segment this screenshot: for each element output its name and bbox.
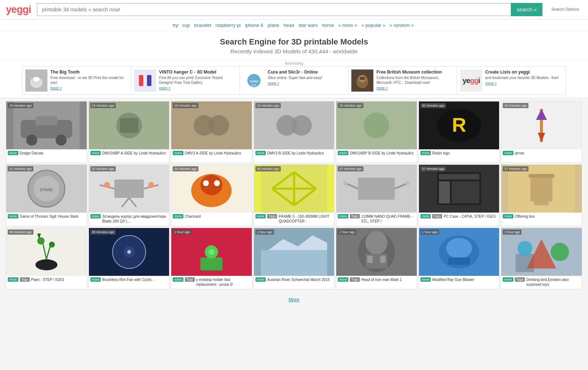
more-button[interactable]: more (90, 214, 101, 218)
svg-point-14 (55, 135, 67, 146)
model-thumb: 35 minutes ago (171, 165, 252, 213)
model-card[interactable]: 1 hour ago more Austrian River Schwechat… (254, 228, 335, 289)
model-card[interactable]: 30 minutes ago more arrow (501, 101, 582, 163)
ad-item-1: The Big Tooth Free download - or we 3D P… (22, 67, 131, 95)
more-button[interactable]: more (173, 214, 183, 218)
model-info: more Game of Thrones Sigil: House Stark (6, 213, 87, 226)
model-card[interactable]: 18 minutes ago more Dodge Dacota (6, 101, 87, 163)
model-info: more Austrian River Schwechat March 2015 (254, 276, 334, 289)
model-thumb: 30 minutes ago R (419, 102, 499, 149)
ad-item-4: Free British Museum collection Collectio… (348, 67, 457, 95)
search-button[interactable]: search » (511, 3, 542, 16)
logo[interactable]: yeggi (6, 4, 31, 15)
model-card[interactable]: 37 minutes ago more Tags PC Case - CATIA… (419, 164, 500, 226)
ad-desc-5: and bookmark your favorite 3D Models - f… (485, 75, 559, 80)
more-button[interactable]: more (338, 151, 348, 155)
more-button[interactable]: more (255, 151, 266, 155)
more-button[interactable]: more (173, 151, 183, 155)
more-button[interactable]: more (338, 214, 348, 218)
model-card[interactable]: 38 minutes ago more Brushless Rim Fan wi… (89, 228, 170, 289)
more-button[interactable]: more (420, 214, 431, 218)
model-card[interactable]: 18 minutes ago more DMV3 A-SIDE by Linde… (171, 101, 252, 163)
tag-plane[interactable]: plane (268, 22, 279, 28)
search-input[interactable] (37, 3, 511, 16)
ad-text-2: VINTO hanger C - 3D Model First All you … (159, 70, 237, 90)
more-button[interactable]: more (503, 277, 513, 282)
model-card[interactable]: 1 hour ago more Tags Head of Iron man Ma… (336, 228, 417, 289)
svg-point-104 (551, 243, 569, 261)
tag-random[interactable]: » random » (390, 22, 414, 28)
more-button[interactable]: more (255, 214, 266, 218)
time-badge: 37 minutes ago (420, 166, 446, 171)
model-info: more DMV2ABP B-SIDE by Linde Hydraulics (336, 149, 417, 163)
tags-button[interactable]: Tags (20, 277, 30, 282)
tag-popular[interactable]: » popular » (361, 22, 385, 28)
model-card[interactable]: 18 minutes ago more DMV2ABP A-SIDE by Li… (89, 101, 170, 163)
model-info: more DMV3 A-SIDE by Linde Hydraulics (171, 149, 252, 163)
ad-more-4[interactable]: more > (376, 86, 388, 90)
more-button[interactable]: more (503, 151, 513, 155)
tag-horse[interactable]: horse (322, 22, 334, 28)
svg-point-61 (343, 181, 348, 185)
model-card[interactable]: 18 minutes ago more DMV2ABP B-SIDE by Li… (336, 101, 417, 163)
model-card[interactable]: 31 minutes ago STARK more Game of Throne… (6, 164, 87, 226)
svg-rect-58 (358, 178, 395, 200)
more-button[interactable]: more (420, 277, 431, 282)
model-card[interactable]: 30 minutes ago R more Robin logo (419, 101, 500, 163)
model-card[interactable]: 1 hour ago more Tags Drinking bird,Einst… (501, 228, 582, 289)
model-card[interactable]: 37 minutes ago more Offering box (501, 164, 582, 226)
ad-title-1: The Big Tooth (50, 70, 128, 75)
ad-more-1[interactable]: more > (50, 86, 62, 90)
tag-raspberry[interactable]: raspberry pi (215, 22, 241, 28)
svg-rect-71 (534, 202, 549, 205)
model-card[interactable]: 37 minutes ago more Tags 110MM NANO QUAD… (336, 164, 417, 226)
hero-subtitle: Recently indexed 3D Models of 430,444 - … (6, 48, 582, 54)
svg-point-73 (35, 259, 57, 270)
more-button[interactable]: more (503, 214, 513, 218)
tags-button[interactable]: Tags (350, 277, 360, 282)
tag-starwars[interactable]: star wars (298, 22, 318, 28)
svg-point-1 (33, 77, 40, 82)
model-title: PC Case - CATIA, STEP / IGES (444, 214, 495, 219)
tag-head[interactable]: head (283, 22, 294, 28)
more-button[interactable]: more (173, 277, 183, 282)
tags-button[interactable]: Tags (267, 214, 277, 218)
tags-button[interactable]: Tags (515, 277, 525, 282)
tag-iphone6[interactable]: iphone 6 (245, 22, 263, 28)
model-card[interactable]: 35 minutes ago more Charizard (171, 164, 252, 226)
model-title: Plant - STEP / IGES (31, 277, 64, 282)
model-card[interactable]: 18 minutes ago more DMV3 B-SIDE by Linde… (254, 101, 335, 163)
tag-more[interactable]: » more » (338, 22, 357, 28)
tags-button[interactable]: Tags (432, 214, 442, 218)
more-button[interactable]: more (420, 151, 431, 155)
model-card[interactable]: 36 minutes ago more Tags FRAME 5 - 150-3… (254, 164, 335, 226)
ad-more-3[interactable]: more > (268, 81, 279, 85)
svg-text:R: R (452, 114, 466, 136)
model-card[interactable]: 38 minutes ago more Tags Plant - STEP / … (6, 228, 87, 289)
tag-bracelet[interactable]: bracelet (194, 22, 211, 28)
more-button[interactable]: more (8, 214, 18, 218)
search-options-link[interactable]: Search Options (548, 6, 582, 13)
more-button[interactable]: more (338, 277, 348, 282)
ad-more-2[interactable]: more > (159, 86, 171, 90)
model-info: more Tags FRAME 5 - 150-300MM LIGHT QUAD… (254, 213, 334, 226)
tags-button[interactable]: Tags (350, 214, 360, 218)
more-button[interactable]: more (90, 277, 101, 282)
more-button[interactable]: more (255, 277, 266, 282)
tag-cup[interactable]: cup (182, 22, 190, 28)
model-title: Charizard (185, 214, 201, 219)
more-button[interactable]: more (8, 277, 18, 282)
svg-point-20 (208, 115, 229, 136)
model-card[interactable]: 1 hour ago more Tags y endstop holder fa… (171, 228, 252, 289)
more-button[interactable]: more (90, 151, 101, 155)
model-card[interactable]: 32 minutes ago more 3d модель корпус для… (89, 164, 170, 226)
ad-bar: Advertising The Big Tooth Free download … (0, 60, 588, 98)
svg-point-98 (446, 238, 472, 259)
svg-rect-67 (452, 181, 479, 203)
more-link[interactable]: More (288, 297, 300, 302)
more-button[interactable]: more (8, 151, 18, 155)
model-card[interactable]: 1 hour ago more Modified Ray Gun Blaster (419, 228, 500, 289)
tags-button[interactable]: Tags (185, 277, 195, 282)
ad-more-5[interactable]: more > (485, 81, 496, 85)
model-info: more Robin logo (419, 149, 499, 163)
